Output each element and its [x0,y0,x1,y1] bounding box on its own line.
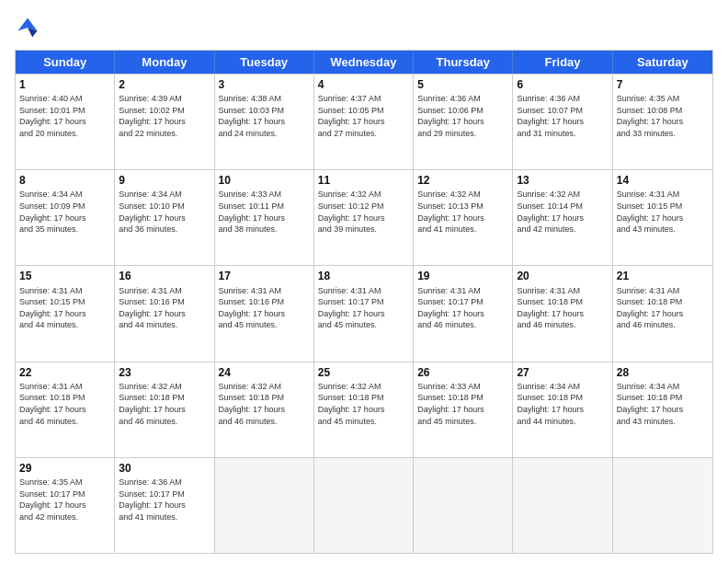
day-number: 28 [617,365,709,380]
calendar-cell: 7Sunrise: 4:35 AMSunset: 10:08 PMDayligh… [613,75,712,169]
cell-text: Sunrise: 4:36 AMSunset: 10:17 PMDaylight… [119,477,210,523]
cell-text: Sunrise: 4:33 AMSunset: 10:11 PMDaylight… [219,189,310,235]
cell-text: Sunrise: 4:31 AMSunset: 10:17 PMDaylight… [318,285,409,331]
calendar-cell: 28Sunrise: 4:34 AMSunset: 10:18 PMDaylig… [613,362,712,457]
calendar: SundayMondayTuesdayWednesdayThursdayFrid… [15,50,713,554]
day-number: 4 [318,77,409,92]
calendar-cell: 15Sunrise: 4:31 AMSunset: 10:15 PMDaylig… [16,266,115,361]
day-number: 6 [517,77,608,92]
cell-text: Sunrise: 4:37 AMSunset: 10:05 PMDaylight… [318,93,409,139]
calendar-cell: 8Sunrise: 4:34 AMSunset: 10:09 PMDayligh… [16,170,115,265]
cell-text: Sunrise: 4:32 AMSunset: 10:12 PMDaylight… [318,189,409,235]
day-number: 15 [19,269,110,283]
calendar-cell: 4Sunrise: 4:37 AMSunset: 10:05 PMDayligh… [314,75,414,169]
calendar-row: 22Sunrise: 4:31 AMSunset: 10:18 PMDaylig… [16,362,712,457]
calendar-cell: 26Sunrise: 4:33 AMSunset: 10:18 PMDaylig… [414,362,513,457]
calendar-cell: 17Sunrise: 4:31 AMSunset: 10:16 PMDaylig… [215,266,314,361]
day-number: 10 [219,173,310,188]
day-number: 19 [417,269,508,283]
cell-text: Sunrise: 4:36 AMSunset: 10:06 PMDaylight… [417,93,508,139]
calendar-cell: 25Sunrise: 4:32 AMSunset: 10:18 PMDaylig… [314,362,414,457]
calendar-row: 15Sunrise: 4:31 AMSunset: 10:15 PMDaylig… [16,265,712,361]
calendar-cell: 21Sunrise: 4:31 AMSunset: 10:18 PMDaylig… [613,266,712,361]
day-number: 2 [119,77,210,92]
day-number: 17 [219,269,310,283]
svg-marker-0 [18,18,38,31]
calendar-header-cell: Wednesday [314,51,414,74]
day-number: 26 [417,365,508,380]
cell-text: Sunrise: 4:32 AMSunset: 10:18 PMDaylight… [318,381,409,427]
day-number: 25 [318,365,409,380]
calendar-cell [414,458,513,553]
cell-text: Sunrise: 4:31 AMSunset: 10:16 PMDaylight… [219,285,310,331]
cell-text: Sunrise: 4:34 AMSunset: 10:10 PMDaylight… [119,189,210,235]
logo-icon [15,15,40,40]
calendar-cell: 3Sunrise: 4:38 AMSunset: 10:03 PMDayligh… [215,75,314,169]
calendar-row: 1Sunrise: 4:40 AMSunset: 10:01 PMDayligh… [16,74,712,169]
day-number: 16 [119,269,210,283]
cell-text: Sunrise: 4:36 AMSunset: 10:07 PMDaylight… [517,93,608,139]
calendar-header-cell: Tuesday [215,51,314,74]
calendar-cell: 12Sunrise: 4:32 AMSunset: 10:13 PMDaylig… [414,170,513,265]
calendar-body: 1Sunrise: 4:40 AMSunset: 10:01 PMDayligh… [16,74,712,553]
cell-text: Sunrise: 4:35 AMSunset: 10:08 PMDaylight… [617,93,709,139]
calendar-cell [314,458,414,553]
calendar-cell: 24Sunrise: 4:32 AMSunset: 10:18 PMDaylig… [215,362,314,457]
cell-text: Sunrise: 4:31 AMSunset: 10:15 PMDaylight… [617,189,709,235]
day-number: 30 [119,461,210,476]
cell-text: Sunrise: 4:35 AMSunset: 10:17 PMDaylight… [19,477,110,523]
header [15,15,713,40]
calendar-cell: 22Sunrise: 4:31 AMSunset: 10:18 PMDaylig… [16,362,115,457]
cell-text: Sunrise: 4:32 AMSunset: 10:18 PMDaylight… [119,381,210,427]
cell-text: Sunrise: 4:34 AMSunset: 10:18 PMDaylight… [517,381,608,427]
day-number: 27 [517,365,608,380]
calendar-cell [215,458,314,553]
day-number: 22 [19,365,110,380]
calendar-header: SundayMondayTuesdayWednesdayThursdayFrid… [16,51,712,74]
calendar-cell: 29Sunrise: 4:35 AMSunset: 10:17 PMDaylig… [16,458,115,553]
page: SundayMondayTuesdayWednesdayThursdayFrid… [0,0,728,563]
cell-text: Sunrise: 4:38 AMSunset: 10:03 PMDaylight… [219,93,310,139]
day-number: 1 [19,77,110,92]
day-number: 3 [219,77,310,92]
cell-text: Sunrise: 4:31 AMSunset: 10:17 PMDaylight… [417,285,508,331]
calendar-row: 29Sunrise: 4:35 AMSunset: 10:17 PMDaylig… [16,457,712,553]
calendar-cell: 2Sunrise: 4:39 AMSunset: 10:02 PMDayligh… [115,75,214,169]
calendar-cell: 9Sunrise: 4:34 AMSunset: 10:10 PMDayligh… [115,170,214,265]
cell-text: Sunrise: 4:32 AMSunset: 10:18 PMDaylight… [219,381,310,427]
day-number: 13 [517,173,608,188]
calendar-row: 8Sunrise: 4:34 AMSunset: 10:09 PMDayligh… [16,169,712,265]
calendar-cell: 23Sunrise: 4:32 AMSunset: 10:18 PMDaylig… [115,362,214,457]
calendar-header-cell: Monday [115,51,214,74]
calendar-cell [613,458,712,553]
cell-text: Sunrise: 4:32 AMSunset: 10:13 PMDaylight… [417,189,508,235]
calendar-cell: 18Sunrise: 4:31 AMSunset: 10:17 PMDaylig… [314,266,414,361]
day-number: 11 [318,173,409,188]
calendar-cell: 10Sunrise: 4:33 AMSunset: 10:11 PMDaylig… [215,170,314,265]
cell-text: Sunrise: 4:39 AMSunset: 10:02 PMDaylight… [119,93,210,139]
day-number: 24 [219,365,310,380]
calendar-cell: 20Sunrise: 4:31 AMSunset: 10:18 PMDaylig… [513,266,612,361]
logo [15,15,44,40]
cell-text: Sunrise: 4:31 AMSunset: 10:15 PMDaylight… [19,285,110,331]
calendar-cell: 13Sunrise: 4:32 AMSunset: 10:14 PMDaylig… [513,170,612,265]
day-number: 12 [417,173,508,188]
cell-text: Sunrise: 4:40 AMSunset: 10:01 PMDaylight… [19,93,110,139]
cell-text: Sunrise: 4:32 AMSunset: 10:14 PMDaylight… [517,189,608,235]
calendar-cell: 1Sunrise: 4:40 AMSunset: 10:01 PMDayligh… [16,75,115,169]
day-number: 5 [417,77,508,92]
calendar-cell: 5Sunrise: 4:36 AMSunset: 10:06 PMDayligh… [414,75,513,169]
calendar-cell: 30Sunrise: 4:36 AMSunset: 10:17 PMDaylig… [115,458,214,553]
cell-text: Sunrise: 4:31 AMSunset: 10:16 PMDaylight… [119,285,210,331]
cell-text: Sunrise: 4:34 AMSunset: 10:09 PMDaylight… [19,189,110,235]
day-number: 21 [617,269,709,283]
calendar-cell [513,458,612,553]
day-number: 9 [119,173,210,188]
calendar-cell: 27Sunrise: 4:34 AMSunset: 10:18 PMDaylig… [513,362,612,457]
cell-text: Sunrise: 4:31 AMSunset: 10:18 PMDaylight… [617,285,709,331]
calendar-cell: 16Sunrise: 4:31 AMSunset: 10:16 PMDaylig… [115,266,214,361]
cell-text: Sunrise: 4:31 AMSunset: 10:18 PMDaylight… [19,381,110,427]
calendar-header-cell: Friday [513,51,612,74]
cell-text: Sunrise: 4:34 AMSunset: 10:18 PMDaylight… [617,381,709,427]
day-number: 8 [19,173,110,188]
